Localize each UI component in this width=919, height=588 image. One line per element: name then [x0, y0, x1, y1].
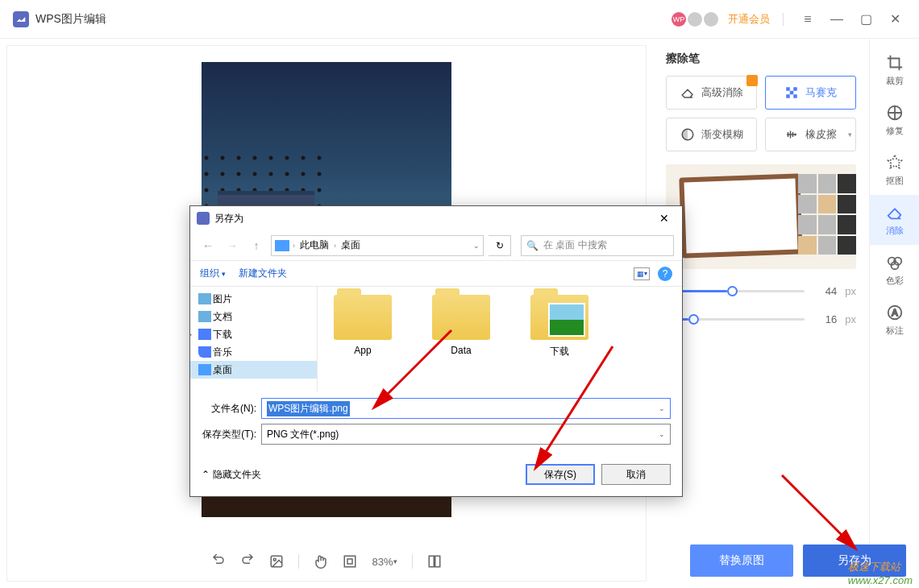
separator	[783, 13, 784, 26]
help-icon[interactable]: ?	[658, 267, 672, 281]
desktop-icon	[198, 364, 211, 375]
filename-input[interactable]: WPS图片编辑.png ⌄	[261, 398, 671, 419]
tree-item-desktop[interactable]: 桌面	[190, 361, 317, 379]
slider-size: 44 px	[666, 285, 856, 297]
separator	[412, 554, 413, 569]
svg-rect-3	[347, 559, 352, 564]
address-bar[interactable]: › 此电脑 › 桌面 ⌄	[271, 235, 484, 256]
notebook-graphic	[679, 173, 802, 258]
panel-title: 擦除笔	[666, 52, 856, 66]
canvas-toolbar: 83% ▾	[7, 542, 646, 581]
vip-link[interactable]: 开通会员	[728, 12, 770, 27]
new-folder-button[interactable]: 新建文件夹	[239, 267, 287, 280]
tree-item-music[interactable]: 音乐	[190, 343, 317, 361]
dialog-fields: 文件名(N): WPS图片编辑.png ⌄ 保存类型(T): PNG 文件(*.…	[190, 391, 682, 456]
hide-folders-toggle[interactable]: ⌃ 隐藏文件夹	[202, 468, 261, 482]
fit-icon[interactable]	[343, 554, 357, 569]
tree-item-pictures[interactable]: 图片	[190, 290, 317, 308]
side-annotate[interactable]: A 标注	[870, 295, 919, 345]
expand-icon[interactable]: ▸	[190, 330, 193, 338]
dialog-footer: ⌃ 隐藏文件夹 保存(S) 取消	[190, 456, 682, 496]
folder-tree: 图片 文档 ▸下载 音乐 桌面	[190, 287, 318, 391]
tool-eraser[interactable]: 橡皮擦 ▾	[765, 118, 856, 151]
image-icon[interactable]	[269, 554, 284, 569]
nav-back-icon[interactable]: ←	[198, 236, 218, 255]
crop-icon	[886, 54, 904, 72]
nav-forward-icon[interactable]: →	[222, 236, 242, 255]
mosaic-icon	[784, 85, 799, 100]
svg-rect-2	[345, 556, 356, 567]
svg-rect-8	[790, 91, 794, 95]
redo-icon[interactable]	[240, 554, 255, 569]
annotate-icon: A	[886, 304, 904, 321]
slider-track[interactable]	[666, 290, 805, 292]
chevron-down-icon[interactable]: ⌄	[659, 430, 665, 438]
cancel-button[interactable]: 取消	[601, 464, 671, 485]
blur-icon	[680, 127, 695, 142]
search-icon: 🔍	[526, 240, 539, 251]
tool-gradient-blur[interactable]: 渐变模糊	[666, 118, 757, 151]
save-button[interactable]: 保存(S)	[526, 464, 595, 485]
computer-icon	[275, 240, 289, 251]
hand-icon[interactable]	[314, 554, 328, 569]
slider-strength: 16 px	[666, 313, 856, 325]
mosaic-preview	[666, 164, 856, 269]
chevron-down-icon[interactable]: ⌄	[659, 404, 665, 412]
folder-item[interactable]: App	[334, 295, 392, 383]
music-icon	[198, 346, 211, 358]
menu-button[interactable]: ≡	[796, 8, 819, 31]
tree-item-documents[interactable]: 文档	[190, 308, 317, 325]
replace-original-button[interactable]: 替换原图	[690, 545, 793, 577]
svg-rect-9	[786, 94, 790, 98]
folder-item[interactable]: 下载	[530, 295, 588, 383]
side-color[interactable]: 色彩	[870, 245, 919, 295]
tool-advanced-erase[interactable]: 高级消除	[666, 76, 757, 110]
nav-up-icon[interactable]: ↑	[247, 236, 266, 255]
refresh-button[interactable]: ↻	[489, 235, 511, 256]
eraser-icon	[680, 85, 695, 100]
maximize-button[interactable]: ▢	[855, 8, 877, 31]
filename-label: 文件名(N):	[202, 402, 256, 416]
side-repair[interactable]: 修复	[870, 95, 919, 145]
erase-icon	[886, 204, 904, 222]
avatar-group[interactable]: WP	[672, 12, 718, 27]
side-crop[interactable]: 裁剪	[870, 45, 919, 95]
file-list[interactable]: App Data 下载	[318, 287, 682, 391]
folder-icon	[432, 295, 490, 340]
dialog-close-button[interactable]: ✕	[653, 212, 676, 225]
filetype-label: 保存类型(T):	[202, 428, 256, 441]
app-title: WPS图片编辑	[35, 12, 106, 27]
side-erase[interactable]: 消除	[870, 195, 919, 245]
app-icon	[197, 212, 210, 225]
zoom-level[interactable]: 83% ▾	[372, 556, 397, 568]
downloads-icon	[198, 329, 211, 340]
folder-item[interactable]: Data	[432, 295, 490, 383]
titlebar: WPS图片编辑 WP 开通会员 ≡ — ▢ ✕	[0, 0, 919, 39]
svg-rect-6	[786, 87, 790, 91]
compare-icon[interactable]	[427, 554, 442, 569]
svg-rect-4	[429, 556, 434, 567]
filetype-select[interactable]: PNG 文件(*.png) ⌄	[261, 424, 671, 445]
minimize-button[interactable]: —	[825, 8, 848, 31]
view-mode-button[interactable]: ▦ ▾	[634, 267, 650, 280]
color-icon	[886, 254, 904, 271]
cutout-icon	[886, 154, 904, 172]
search-input[interactable]: 🔍 在 桌面 中搜索	[521, 235, 674, 256]
slider-thumb[interactable]	[727, 286, 738, 296]
tool-mosaic[interactable]: 马赛克	[765, 76, 856, 110]
close-button[interactable]: ✕	[884, 8, 906, 31]
tree-item-downloads[interactable]: ▸下载	[190, 325, 317, 343]
folder-icon	[530, 295, 588, 340]
avatar-icon: WP	[672, 12, 686, 27]
side-cutout[interactable]: 抠图	[870, 145, 919, 195]
right-panel: 擦除笔 高级消除 马赛克 渐变模糊 橡皮擦 ▾	[653, 39, 869, 588]
watermark: 极速下载站 www.x27.com	[848, 560, 913, 586]
organize-menu[interactable]: 组织 ▾	[200, 267, 226, 280]
svg-rect-5	[435, 556, 439, 567]
save-as-dialog: 另存为 ✕ ← → ↑ › 此电脑 › 桌面 ⌄ ↻ 🔍 在 桌面 中搜索 组织…	[189, 205, 683, 497]
slider-track[interactable]	[666, 318, 805, 321]
chevron-down-icon: ▾	[848, 130, 852, 139]
undo-icon[interactable]	[211, 554, 226, 569]
slider-thumb[interactable]	[688, 314, 699, 325]
svg-text:A: A	[892, 307, 898, 317]
